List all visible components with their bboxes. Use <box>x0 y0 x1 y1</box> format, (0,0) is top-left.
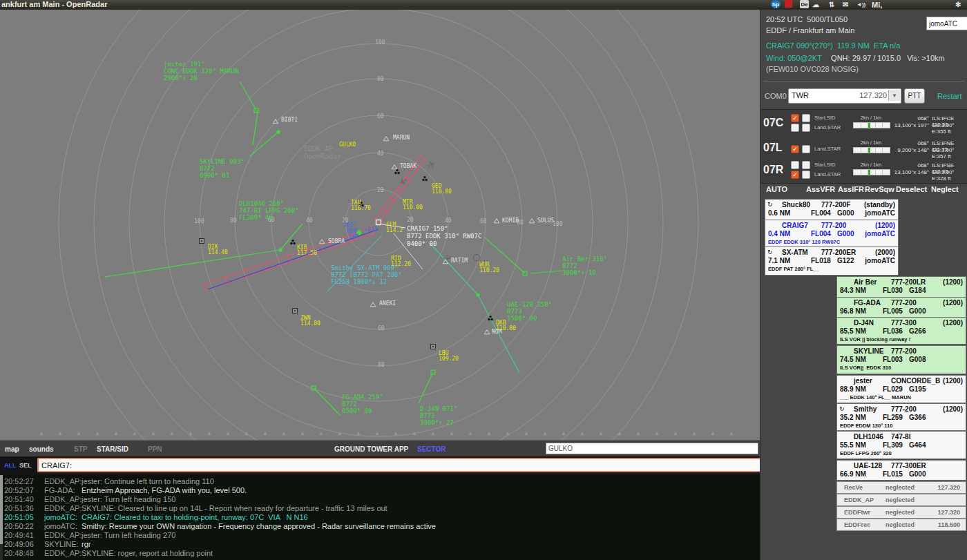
runway-07L-checkbox[interactable] <box>802 145 810 153</box>
flight-strip-sx-atm[interactable]: ↻SX-ATM777-200ER(2000)7.1 NMFL018G122jom… <box>765 247 899 276</box>
toolbar-item-stp[interactable]: STP <box>74 445 87 453</box>
waypoint-triangle-icon <box>484 330 490 334</box>
aircraft-label-blue-line: 160° <box>343 222 356 228</box>
runway-07C-checkbox[interactable] <box>802 124 810 132</box>
strip-menu-assvfr[interactable]: AssVFR <box>806 185 835 193</box>
aircraft-symbol[interactable] <box>476 293 479 296</box>
strip-menu-auto[interactable]: AUTO <box>766 185 787 193</box>
runway-07R-checkbox[interactable]: ✓ <box>791 171 799 179</box>
strip-menu-revsqw[interactable]: RevSqw <box>865 185 894 193</box>
aircraft-label-airber[interactable]: Air Ber 316°B7723000*↑ 18 <box>562 255 607 276</box>
chat-sender: EDDK_AP: <box>44 549 82 558</box>
strip-squawk: (1200) <box>943 299 963 307</box>
strip-callsign: D-J4N <box>854 319 874 327</box>
runway-id-07C: 07C <box>763 117 783 129</box>
aircraft-label-smithy-sxatm[interactable]: Smithy SX-ATM 069°B772 [B772 PAT 280°FL2… <box>331 264 402 285</box>
chat-timestamp: 20:51:40 <box>4 495 34 504</box>
strip-flightlevel: FL029 <box>883 385 903 393</box>
waypoint-triangle-icon <box>319 240 325 244</box>
flight-strip-jester[interactable]: jesterCONCORDE_B(1200)88.9 NMFL029G195__… <box>836 375 966 403</box>
own-callsign-input[interactable] <box>926 17 967 30</box>
runway-07C-checkbox[interactable] <box>802 114 810 122</box>
flight-strip-smithy[interactable]: ↻Smithy777-200(1200)35.2 NMFL259G366EDDF… <box>836 403 966 431</box>
ring-distance-label: 80 <box>378 363 385 368</box>
toolbar-item-ground-tower-app[interactable]: GROUND TOWER APP <box>334 445 408 453</box>
aircraft-label-craig7[interactable]: CRAIG7 150°B772 EDDK 310° RW07C0400* 00 <box>407 225 481 248</box>
controller-row-recve[interactable]: RecVeneglected127.320 <box>836 481 966 494</box>
chat-message-row: 20:48:48EDDK_AP:SKYLINE: roger, report a… <box>0 549 760 558</box>
flight-strip-skyline[interactable]: SKYLINE777-20074.5 NMFL003G008ILS VOR|| … <box>836 345 966 374</box>
runway-07R-glideslope: GS:3.00° E:328 ft <box>932 169 967 182</box>
strip-menu-assifr[interactable]: AssIFR <box>838 185 864 193</box>
track-line <box>419 372 433 403</box>
aircraft-label-blue[interactable]: ✈012 <box>364 227 377 233</box>
toolbar-item-star-sid[interactable]: STAR/SID <box>97 445 128 453</box>
com-label: COM0 <box>765 92 787 100</box>
runway-07R-checkbox[interactable] <box>802 171 810 179</box>
toolbar-item-ppn[interactable]: PPN <box>148 445 162 453</box>
chat-filter-sel[interactable]: SEL <box>19 462 32 469</box>
aircraft-label-blue[interactable]: 14N <box>348 234 358 240</box>
aircraft-label-fgada[interactable]: FG-ADA 259°B7720500* 00 <box>342 394 383 414</box>
runway-07R-checkbox[interactable] <box>791 161 799 169</box>
volume-icon[interactable]: ◄)) <box>856 0 865 10</box>
aircraft-label-dj4n[interactable]: D-J4N 071°B7733600*↑ 27 <box>420 405 457 426</box>
waypoint-search-input[interactable] <box>546 443 758 454</box>
chevron-down-icon[interactable]: ▾ <box>888 90 900 101</box>
waypoint-label-ratim-line: RATIM <box>451 258 468 264</box>
navaid-label-tau-line: 116.70 <box>351 206 371 211</box>
flight-strip-craig7[interactable]: CRAIG7777-200(1200)0.4 NMFL004G000jomoAT… <box>765 220 899 247</box>
aircraft-label-skyline[interactable]: SKYLINE 093°B7720900* 01 <box>200 158 245 179</box>
chat-sender: EDDK_AP: <box>44 504 82 513</box>
mail-icon[interactable]: ✉ <box>843 0 848 10</box>
com-channel-select[interactable]: TWR 127.320 ▾ <box>788 88 901 104</box>
chat-message: SKYLINE: Cleared to line up on 14L - Rep… <box>82 504 387 513</box>
flight-strip-uae-128[interactable]: UAE-128777-300ER66.9 NMFL015G000 <box>836 460 966 481</box>
aircraft-symbol[interactable] <box>278 248 282 251</box>
obstacle-tick-icon <box>468 432 472 435</box>
ground-target-icon <box>394 169 400 174</box>
title-bar[interactable]: ankfurt am Main - OpenRadar hp De ☁ ⇅ ✉ … <box>0 0 967 10</box>
flight-strip-shuck80[interactable]: ↻Shuck80777-200F(standby)0.6 NMFL004G000… <box>765 199 899 220</box>
toolbar-item-sounds[interactable]: sounds <box>29 445 54 453</box>
chat-log[interactable]: 20:52:27EDDK_AP:jester: Continue left tu… <box>0 475 760 560</box>
controller-row-eddfrec[interactable]: EDDFrecneglected118.500 <box>836 519 966 531</box>
toolbar-item-sector[interactable]: SECTOR <box>417 445 446 453</box>
session-gear-icon[interactable]: ✻ <box>955 0 961 10</box>
com-channel-value: TWR <box>792 91 809 99</box>
flight-strip-dlh1046[interactable]: DLH1046747-8I55.5 NMFL309G464EDDF LFPG 2… <box>836 431 966 459</box>
chat-filter-all[interactable]: ALL <box>4 462 17 469</box>
aircraft-label-jester[interactable]: jester 191°CONC EDDK 130° MARUN2900*↑ 20 <box>164 61 238 81</box>
runway-07C-checkbox[interactable] <box>791 124 799 132</box>
flight-strip-d-j4n[interactable]: D-J4N777-300(1200)85.5 NMFL036G266ILS VO… <box>836 317 966 345</box>
controller-row-eddk_ap[interactable]: EDDK_APneglected <box>836 494 966 506</box>
flight-strip-fg-ada[interactable]: FG-ADA777-200(1200)96.8 NMFL005G000 <box>836 297 966 318</box>
ptt-button[interactable]: PTT <box>904 88 925 104</box>
strip-squawk: (1200) <box>943 405 963 413</box>
flight-strip-air-ber[interactable]: Air Ber777-200LR(1200)84.3 NMFL030G184 <box>836 276 966 298</box>
wind-gauge-label: 2kn / 1kn <box>852 115 890 121</box>
weather-cloud-icon[interactable]: ☁ <box>812 0 819 10</box>
runway-07C-mode-label: Land,STAR <box>814 124 841 131</box>
restart-link[interactable]: Restart <box>937 92 961 100</box>
aircraft-label-uae128[interactable]: UAE-128 358°B7731500* 00 <box>507 301 552 322</box>
controller-row-eddftwr[interactable]: EDDFtwrneglected127.320 <box>836 506 966 519</box>
runway-07C-checkbox[interactable]: ✓ <box>791 114 799 122</box>
waypoint-label-tobak-line: TOBAK <box>400 164 417 169</box>
obstacle-tick-icon <box>729 432 733 435</box>
command-input[interactable] <box>37 458 761 472</box>
keyboard-layout-indicator[interactable]: De <box>800 0 809 8</box>
chat-message-row: 20:51:05jomoATC:CRAIG7: Cleared to taxi … <box>0 513 760 522</box>
toolbar-item-map[interactable]: map <box>5 445 19 453</box>
runway-07R-checkbox[interactable] <box>802 161 810 169</box>
strip-menu-neglect[interactable]: Neglect <box>931 185 959 193</box>
strip-menu-deselect[interactable]: Deselect <box>896 185 927 193</box>
aircraft-label-blue[interactable]: 160° <box>343 222 356 228</box>
runway-07L-checkbox[interactable]: ✓ <box>791 145 799 153</box>
aircraft-symbol[interactable] <box>276 130 280 133</box>
track-line <box>530 271 562 273</box>
ils-feather-rung <box>374 219 380 224</box>
network-arrows-icon[interactable]: ⇅ <box>829 0 834 10</box>
aircraft-label-dlh1046[interactable]: DLH1046 260°747-8I LFPG 260°FL309* 46 <box>239 200 299 221</box>
radar-scope[interactable]: ✈✈✈2040608010020406080100204060801006080… <box>0 10 760 441</box>
